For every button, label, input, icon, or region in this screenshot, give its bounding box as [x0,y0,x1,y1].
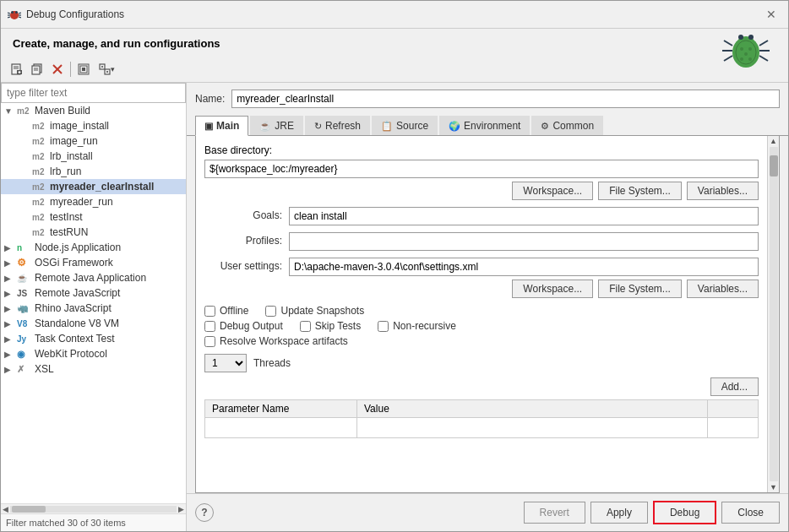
user-settings-workspace-button[interactable]: Workspace... [512,280,593,298]
config-name-input[interactable] [231,90,780,108]
profiles-row: Profiles: [204,232,759,251]
tree-item-remote-js[interactable]: ▶ JS Remote JavaScript [1,285,186,301]
tree-item-v8[interactable]: ▶ V8 Standalone V8 VM [1,316,186,331]
profiles-input[interactable] [289,232,759,251]
update-snapshots-checkbox-item[interactable]: Update Snapshots [265,305,364,317]
tab-refresh[interactable]: ↻ Refresh [305,116,370,135]
xsl-icon: ✗ [17,364,32,375]
apply-button[interactable]: Apply [590,502,648,524]
update-snapshots-checkbox[interactable] [265,306,276,317]
tree-item-task-context[interactable]: ▶ Jy Task Context Test [1,331,186,346]
duplicate-config-button[interactable] [28,60,46,79]
tree-item-myreader-clearinstall[interactable]: m2 myreader_clearInstall [1,179,186,194]
tree-item-xsl[interactable]: ▶ ✗ XSL [1,361,186,377]
tree-item-nodejs[interactable]: ▶ n Node.js Application [1,240,186,255]
resolve-workspace-label: Resolve Workspace artifacts [220,335,348,347]
filter-configs-button[interactable] [74,60,93,79]
debug-button[interactable]: Debug [653,501,716,524]
base-dir-section: Base directory: Workspace... File System… [204,144,759,200]
collapse-all-button[interactable]: ▾ [95,60,118,79]
base-dir-input[interactable] [204,160,759,178]
xsl-label: XSL [35,363,54,375]
params-empty-name [205,418,357,438]
svg-point-27 [748,57,752,61]
image-install-label: image_install [50,120,109,132]
expand-webkit-icon[interactable]: ▶ [4,350,14,359]
base-dir-variables-button[interactable]: Variables... [687,182,759,200]
maven-icon-image-run: m2 [32,137,47,146]
tab-environment[interactable]: 🌍 Environment [439,116,530,135]
base-dir-workspace-button[interactable]: Workspace... [512,182,593,200]
close-window-button[interactable]: ✕ [761,6,781,23]
non-recursive-checkbox[interactable] [378,321,389,332]
expand-task-icon[interactable]: ▶ [4,334,14,344]
expand-nodejs-icon[interactable]: ▶ [4,243,14,252]
expand-rhino-icon[interactable]: ▶ [4,304,14,313]
expand-remote-java-icon[interactable]: ▶ [4,274,14,283]
tab-jre[interactable]: ☕ JRE [250,116,303,135]
non-recursive-checkbox-item[interactable]: Non-recursive [378,320,456,332]
expand-maven-icon[interactable]: ▼ [4,106,14,116]
title-bar-bug-icon [8,8,21,21]
offline-checkbox[interactable] [204,306,215,317]
debug-output-checkbox-item[interactable]: Debug Output [204,320,283,332]
delete-config-button[interactable] [48,60,67,79]
resolve-workspace-checkbox-item[interactable]: Resolve Workspace artifacts [204,335,348,347]
tree-item-image-install[interactable]: m2 image_install [1,118,186,133]
tree-item-testinst[interactable]: m2 testInst [1,209,186,225]
tree-item-webkit[interactable]: ▶ ◉ WebKit Protocol [1,346,186,361]
expand-remote-js-icon[interactable]: ▶ [4,289,14,298]
tree-item-image-run[interactable]: m2 image_run [1,133,186,149]
scroll-up-btn[interactable]: ▲ [770,137,777,145]
title-bar-left: Debug Configurations [8,8,124,21]
goals-input[interactable] [289,207,759,225]
scroll-down-btn[interactable]: ▼ [770,483,777,491]
add-param-button[interactable]: Add... [710,377,759,396]
offline-label: Offline [220,305,248,317]
tab-source-label: Source [396,120,428,132]
tree-item-myreader-run[interactable]: m2 myreader_run [1,194,186,209]
expand-xsl-icon[interactable]: ▶ [4,365,14,374]
skip-tests-checkbox-item[interactable]: Skip Tests [300,320,361,332]
name-row: Name: [187,83,788,115]
new-config-button[interactable] [8,60,26,79]
tree-item-lrb-run[interactable]: m2 lrb_run [1,164,186,179]
expand-osgi-icon[interactable]: ▶ [4,258,14,268]
tab-source[interactable]: 📋 Source [372,116,438,135]
scroll-left-btn[interactable]: ◀ [3,505,8,513]
user-settings-input[interactable] [289,258,759,276]
checkbox-row-3: Resolve Workspace artifacts [204,335,759,347]
myreader-clearinstall-label: myreader_clearInstall [50,181,154,193]
tab-jre-icon: ☕ [259,121,271,132]
offline-checkbox-item[interactable]: Offline [204,305,248,317]
testinst-label: testInst [50,211,83,223]
help-button[interactable]: ? [195,503,214,522]
threads-select[interactable]: 1 2 4 [204,354,247,372]
osgi-label: OSGi Framework [35,257,113,269]
resolve-workspace-checkbox[interactable] [204,336,215,347]
tree-item-testrun[interactable]: m2 testRUN [1,225,186,240]
lrb-run-label: lrb_run [50,166,81,177]
tree-item-rhino[interactable]: ▶ 🦏 Rhino JavaScript [1,301,186,316]
tree-item-osgi[interactable]: ▶ ⚙ OSGi Framework [1,255,186,270]
scroll-right-btn[interactable]: ▶ [178,505,184,513]
debug-output-checkbox[interactable] [204,321,215,332]
tree-item-remote-java[interactable]: ▶ ☕ Remote Java Application [1,270,186,285]
tree-item-lrb-install[interactable]: m2 lrb_install [1,149,186,164]
user-settings-variables-button[interactable]: Variables... [687,280,759,298]
filter-input[interactable] [1,83,186,103]
user-settings-filesystem-button[interactable]: File System... [598,280,682,298]
revert-button[interactable]: Revert [524,502,585,524]
scroll-track [770,147,778,481]
name-label: Name: [195,93,225,105]
close-button[interactable]: Close [721,502,780,524]
tab-common[interactable]: ⚙ Common [531,116,603,135]
task-icon: Jy [17,334,32,344]
tab-main[interactable]: ▣ Main [195,116,248,136]
skip-tests-checkbox[interactable] [300,321,311,332]
tab-source-icon: 📋 [381,121,393,132]
maven-icon-testinst: m2 [32,213,47,222]
tree-item-maven-build[interactable]: ▼ m2 Maven Build [1,103,186,118]
expand-v8-icon[interactable]: ▶ [4,319,14,328]
base-dir-filesystem-button[interactable]: File System... [598,182,682,200]
